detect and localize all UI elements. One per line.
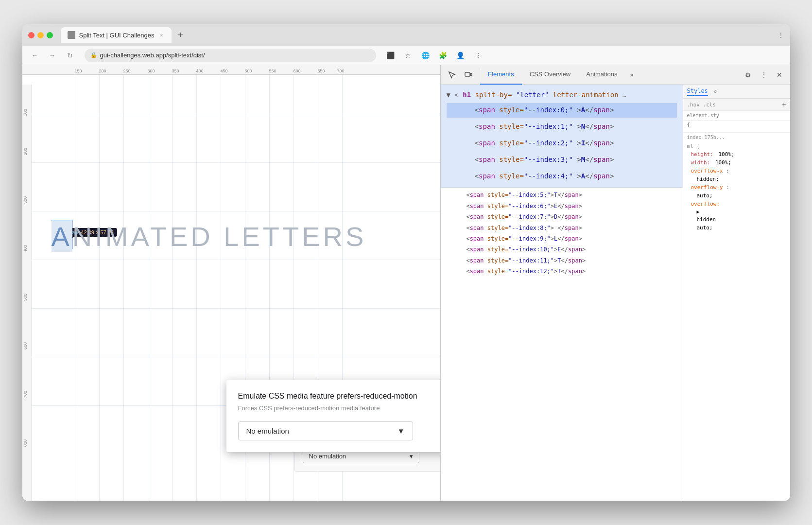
span-line-7[interactable]: <span style="--index:7;">D</span> [441, 211, 683, 222]
traffic-lights [28, 32, 53, 38]
tab-elements[interactable]: Elements [480, 65, 522, 85]
ruler-top: 150 200 250 300 350 400 450 500 550 600 … [22, 65, 440, 75]
minimize-button[interactable] [37, 32, 44, 38]
media-emulation-select[interactable]: No emulation ▼ [238, 421, 413, 440]
span-line-8[interactable]: <span style="--index:8;"> </span> [441, 223, 683, 233]
inspect-element-tool[interactable] [445, 68, 459, 82]
attr-split-by: split-by= [475, 91, 512, 99]
media-emulation-popup: Emulate CSS media feature prefers-reduce… [226, 380, 440, 452]
styles-panel-header: Styles » [683, 85, 790, 99]
styles-tab-styles[interactable]: Styles [687, 87, 708, 96]
ruler-mark-700: 700 [337, 69, 345, 73]
device-toggle-tool[interactable] [461, 68, 476, 82]
span-index-3-line[interactable]: <span style="--index:3;" >M</span> [447, 153, 677, 167]
ruler-mark-550: 550 [269, 69, 276, 73]
styles-prop-overflow-x: overflow-x : [683, 167, 790, 175]
prop-name-width: width: [691, 159, 710, 166]
refresh-button[interactable]: ↻ [63, 49, 77, 62]
val-auto: auto; [697, 192, 713, 199]
styles-add-rule-icon[interactable]: + [782, 101, 786, 108]
active-tab[interactable]: Split Text | GUI Challenges × [61, 27, 172, 43]
prop-value-height: 100%; [718, 151, 734, 158]
devtools-header: Elements CSS Overview Animations » ⚙ ⋮ ✕ [441, 65, 790, 85]
ruler-mark-250: 250 [123, 69, 131, 73]
nav-right-buttons: ⬛ ☆ 🌐 🧩 👤 ⋮ [384, 49, 485, 62]
media-popup-title: Emulate CSS media feature prefers-reduce… [238, 392, 440, 401]
profile-icon[interactable]: 👤 [454, 49, 467, 62]
ruler-mark-200: 200 [99, 69, 106, 73]
forward-button[interactable]: → [46, 49, 59, 62]
overflow-triangle: ▶ [697, 209, 700, 214]
span-index-0-line[interactable]: <span style="--index:0;" >A</span> [447, 103, 677, 118]
devtools-settings-icon[interactable]: ⚙ [742, 68, 755, 82]
devtools-close-icon[interactable]: ✕ [773, 68, 786, 82]
styles-val-auto2: auto; [683, 224, 790, 232]
span-line-9[interactable]: <span style="--index:9;">L</span> [441, 233, 683, 244]
tab-more-button[interactable]: » [625, 65, 639, 85]
styles-val-auto: auto; [683, 192, 790, 200]
ruler-mark-400: 400 [196, 69, 204, 73]
ruler-mark-v-600: 600 [23, 342, 28, 350]
ruler-mark-150: 150 [75, 69, 82, 73]
ruler-mark-v-700: 700 [23, 391, 28, 398]
settings-icon[interactable]: ⋮ [471, 49, 485, 62]
ruler-mark-600: 600 [294, 69, 301, 73]
media-popup-description: Forces CSS prefers-reduced-motion media … [238, 404, 440, 412]
prop-name-overflow-y: overflow-y [691, 184, 723, 191]
fullscreen-button[interactable] [47, 32, 53, 38]
nav-bar: ← → ↻ 🔒 gui-challenges.web.app/split-tex… [22, 46, 790, 65]
tab-close-button[interactable]: × [158, 32, 165, 38]
span-line-12[interactable]: <span style="--index:12;">T</span> [441, 266, 683, 277]
ruler-mark-v-300: 300 [23, 196, 28, 204]
val-hidden-auto: hidden [697, 216, 716, 223]
ruler-mark-v-800: 800 [23, 439, 28, 447]
page-content: 150 200 250 300 350 400 450 500 550 600 … [22, 65, 440, 501]
prop-name-height: height: [691, 151, 713, 158]
devtools-content: ▼ < h1 split-by= "letter" letter-animati… [441, 85, 790, 501]
animated-letters: ANIMATED LETTERS [52, 221, 367, 252]
tab-animations[interactable]: Animations [578, 65, 625, 85]
chrome-menu-icon[interactable]: ⋮ [777, 31, 784, 39]
devtools-more-icon[interactable]: ⋮ [757, 68, 771, 82]
svg-rect-0 [465, 72, 470, 76]
bookmark-icon[interactable]: ☆ [401, 49, 415, 62]
styles-filter-row: .hov .cls + [683, 99, 790, 111]
devtools-tools [441, 68, 480, 82]
back-button[interactable]: ← [28, 49, 42, 62]
tab-elements-label: Elements [488, 70, 514, 78]
styles-val-overflow-arrow: ▶ [683, 208, 790, 215]
colon2: : [726, 184, 729, 191]
tab-css-overview[interactable]: CSS Overview [522, 65, 579, 85]
ruler-mark-v-100: 100 [23, 109, 28, 116]
span-line-5[interactable]: <span style="--index:5;">T</span> [441, 190, 683, 200]
span-index-2-line[interactable]: <span style="--index:2;" >I</span> [447, 136, 677, 151]
new-tab-button[interactable]: + [173, 28, 187, 42]
letter-a: A [52, 221, 72, 252]
styles-rule-open: { [683, 121, 790, 129]
title-bar: Split Text | GUI Challenges × + ⋮ [22, 24, 790, 46]
styles-ml-selector: ml { [683, 142, 790, 150]
ruler-mark-500: 500 [245, 69, 252, 73]
span-line-10[interactable]: <span style="--index:10;">E</span> [441, 244, 683, 255]
devtools-panel: Elements CSS Overview Animations » ⚙ ⋮ ✕ [440, 65, 790, 501]
styles-prop-overflow: overflow: [683, 200, 790, 208]
prop-value-width: 100%; [715, 159, 731, 166]
devtools-tabs: Elements CSS Overview Animations » [480, 65, 738, 85]
close-button[interactable] [28, 32, 35, 38]
chrome-extension-icon[interactable]: 🌐 [419, 49, 432, 62]
cast-icon[interactable]: ⬛ [384, 49, 397, 62]
main-area: 150 200 250 300 350 400 450 500 550 600 … [22, 65, 790, 501]
span-index-4-line[interactable]: <span style="--index:4;" >A</span> [447, 169, 677, 184]
lower-code-section: <span style="--index:5;">T</span> <span … [441, 188, 683, 501]
address-bar[interactable]: 🔒 gui-challenges.web.app/split-text/dist… [85, 49, 376, 62]
prop-name-overflow: overflow: [691, 201, 720, 207]
letter-n: NIMATED LETTERS [72, 221, 366, 252]
extensions-icon[interactable]: 🧩 [436, 49, 450, 62]
span-index-1-line[interactable]: <span style="--index:1;" >N</span> [447, 120, 677, 134]
browser-window: Split Text | GUI Challenges × + ⋮ ← → ↻ … [22, 24, 790, 501]
media-select-value: No emulation [246, 427, 289, 435]
arrow-icon: ▼ [447, 91, 455, 99]
h1-element-line[interactable]: ▼ < h1 split-by= "letter" letter-animati… [447, 88, 677, 101]
span-line-11[interactable]: <span style="--index:11;">T</span> [441, 255, 683, 266]
span-line-6[interactable]: <span style="--index:6;">E</span> [441, 201, 683, 211]
